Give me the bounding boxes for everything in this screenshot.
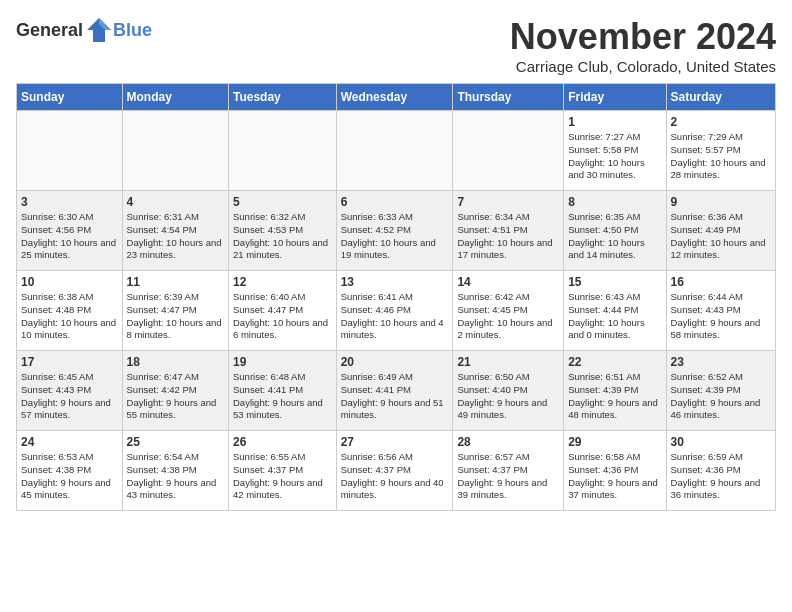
calendar-cell: 27Sunrise: 6:56 AM Sunset: 4:37 PM Dayli… [336, 431, 453, 511]
calendar-cell: 6Sunrise: 6:33 AM Sunset: 4:52 PM Daylig… [336, 191, 453, 271]
calendar-cell: 18Sunrise: 6:47 AM Sunset: 4:42 PM Dayli… [122, 351, 228, 431]
week-row-5: 24Sunrise: 6:53 AM Sunset: 4:38 PM Dayli… [17, 431, 776, 511]
day-number: 25 [127, 435, 224, 449]
calendar-cell: 21Sunrise: 6:50 AM Sunset: 4:40 PM Dayli… [453, 351, 564, 431]
day-number: 30 [671, 435, 771, 449]
day-number: 12 [233, 275, 332, 289]
day-info: Sunrise: 6:57 AM Sunset: 4:37 PM Dayligh… [457, 451, 559, 502]
day-info: Sunrise: 6:47 AM Sunset: 4:42 PM Dayligh… [127, 371, 224, 422]
title-block: November 2024 Carriage Club, Colorado, U… [510, 16, 776, 75]
day-number: 2 [671, 115, 771, 129]
calendar-cell [17, 111, 123, 191]
calendar-cell: 11Sunrise: 6:39 AM Sunset: 4:47 PM Dayli… [122, 271, 228, 351]
day-number: 16 [671, 275, 771, 289]
day-info: Sunrise: 6:56 AM Sunset: 4:37 PM Dayligh… [341, 451, 449, 502]
logo-blue: Blue [113, 20, 152, 41]
day-number: 1 [568, 115, 661, 129]
calendar-cell: 12Sunrise: 6:40 AM Sunset: 4:47 PM Dayli… [229, 271, 337, 351]
calendar-cell: 19Sunrise: 6:48 AM Sunset: 4:41 PM Dayli… [229, 351, 337, 431]
calendar-cell: 23Sunrise: 6:52 AM Sunset: 4:39 PM Dayli… [666, 351, 775, 431]
day-number: 24 [21, 435, 118, 449]
day-info: Sunrise: 6:59 AM Sunset: 4:36 PM Dayligh… [671, 451, 771, 502]
col-header-friday: Friday [564, 84, 666, 111]
calendar-cell: 30Sunrise: 6:59 AM Sunset: 4:36 PM Dayli… [666, 431, 775, 511]
day-info: Sunrise: 6:33 AM Sunset: 4:52 PM Dayligh… [341, 211, 449, 262]
week-row-1: 1Sunrise: 7:27 AM Sunset: 5:58 PM Daylig… [17, 111, 776, 191]
day-number: 26 [233, 435, 332, 449]
calendar-cell: 15Sunrise: 6:43 AM Sunset: 4:44 PM Dayli… [564, 271, 666, 351]
calendar-cell: 2Sunrise: 7:29 AM Sunset: 5:57 PM Daylig… [666, 111, 775, 191]
day-number: 18 [127, 355, 224, 369]
calendar-cell [122, 111, 228, 191]
calendar-cell: 13Sunrise: 6:41 AM Sunset: 4:46 PM Dayli… [336, 271, 453, 351]
calendar-cell: 14Sunrise: 6:42 AM Sunset: 4:45 PM Dayli… [453, 271, 564, 351]
day-info: Sunrise: 6:39 AM Sunset: 4:47 PM Dayligh… [127, 291, 224, 342]
day-info: Sunrise: 7:29 AM Sunset: 5:57 PM Dayligh… [671, 131, 771, 182]
calendar-cell: 5Sunrise: 6:32 AM Sunset: 4:53 PM Daylig… [229, 191, 337, 271]
day-info: Sunrise: 6:50 AM Sunset: 4:40 PM Dayligh… [457, 371, 559, 422]
col-header-saturday: Saturday [666, 84, 775, 111]
day-number: 20 [341, 355, 449, 369]
day-number: 27 [341, 435, 449, 449]
day-number: 19 [233, 355, 332, 369]
calendar-cell: 22Sunrise: 6:51 AM Sunset: 4:39 PM Dayli… [564, 351, 666, 431]
calendar-cell: 17Sunrise: 6:45 AM Sunset: 4:43 PM Dayli… [17, 351, 123, 431]
day-number: 3 [21, 195, 118, 209]
month-title: November 2024 [510, 16, 776, 58]
calendar-cell [336, 111, 453, 191]
calendar-cell: 3Sunrise: 6:30 AM Sunset: 4:56 PM Daylig… [17, 191, 123, 271]
calendar-cell: 24Sunrise: 6:53 AM Sunset: 4:38 PM Dayli… [17, 431, 123, 511]
day-info: Sunrise: 6:45 AM Sunset: 4:43 PM Dayligh… [21, 371, 118, 422]
calendar-cell: 29Sunrise: 6:58 AM Sunset: 4:36 PM Dayli… [564, 431, 666, 511]
day-info: Sunrise: 6:42 AM Sunset: 4:45 PM Dayligh… [457, 291, 559, 342]
week-row-2: 3Sunrise: 6:30 AM Sunset: 4:56 PM Daylig… [17, 191, 776, 271]
day-number: 5 [233, 195, 332, 209]
calendar-table: SundayMondayTuesdayWednesdayThursdayFrid… [16, 83, 776, 511]
day-info: Sunrise: 6:58 AM Sunset: 4:36 PM Dayligh… [568, 451, 661, 502]
day-info: Sunrise: 6:43 AM Sunset: 4:44 PM Dayligh… [568, 291, 661, 342]
day-number: 10 [21, 275, 118, 289]
week-row-3: 10Sunrise: 6:38 AM Sunset: 4:48 PM Dayli… [17, 271, 776, 351]
logo-icon [85, 16, 113, 44]
day-info: Sunrise: 6:36 AM Sunset: 4:49 PM Dayligh… [671, 211, 771, 262]
day-info: Sunrise: 6:35 AM Sunset: 4:50 PM Dayligh… [568, 211, 661, 262]
calendar-cell: 26Sunrise: 6:55 AM Sunset: 4:37 PM Dayli… [229, 431, 337, 511]
calendar-cell [453, 111, 564, 191]
day-number: 7 [457, 195, 559, 209]
logo: General Blue [16, 16, 152, 44]
day-number: 14 [457, 275, 559, 289]
day-number: 21 [457, 355, 559, 369]
calendar-cell: 8Sunrise: 6:35 AM Sunset: 4:50 PM Daylig… [564, 191, 666, 271]
day-number: 6 [341, 195, 449, 209]
calendar-cell: 4Sunrise: 6:31 AM Sunset: 4:54 PM Daylig… [122, 191, 228, 271]
day-number: 22 [568, 355, 661, 369]
calendar-cell: 20Sunrise: 6:49 AM Sunset: 4:41 PM Dayli… [336, 351, 453, 431]
location-subtitle: Carriage Club, Colorado, United States [510, 58, 776, 75]
day-info: Sunrise: 6:54 AM Sunset: 4:38 PM Dayligh… [127, 451, 224, 502]
day-number: 28 [457, 435, 559, 449]
day-number: 29 [568, 435, 661, 449]
day-number: 17 [21, 355, 118, 369]
calendar-cell: 1Sunrise: 7:27 AM Sunset: 5:58 PM Daylig… [564, 111, 666, 191]
col-header-monday: Monday [122, 84, 228, 111]
day-info: Sunrise: 6:53 AM Sunset: 4:38 PM Dayligh… [21, 451, 118, 502]
calendar-cell: 10Sunrise: 6:38 AM Sunset: 4:48 PM Dayli… [17, 271, 123, 351]
day-number: 9 [671, 195, 771, 209]
col-header-thursday: Thursday [453, 84, 564, 111]
col-header-tuesday: Tuesday [229, 84, 337, 111]
day-number: 15 [568, 275, 661, 289]
day-info: Sunrise: 6:34 AM Sunset: 4:51 PM Dayligh… [457, 211, 559, 262]
day-info: Sunrise: 6:49 AM Sunset: 4:41 PM Dayligh… [341, 371, 449, 422]
week-row-4: 17Sunrise: 6:45 AM Sunset: 4:43 PM Dayli… [17, 351, 776, 431]
calendar-cell: 28Sunrise: 6:57 AM Sunset: 4:37 PM Dayli… [453, 431, 564, 511]
day-info: Sunrise: 6:40 AM Sunset: 4:47 PM Dayligh… [233, 291, 332, 342]
day-info: Sunrise: 6:51 AM Sunset: 4:39 PM Dayligh… [568, 371, 661, 422]
day-info: Sunrise: 6:44 AM Sunset: 4:43 PM Dayligh… [671, 291, 771, 342]
logo-general: General [16, 20, 83, 41]
col-header-wednesday: Wednesday [336, 84, 453, 111]
day-info: Sunrise: 7:27 AM Sunset: 5:58 PM Dayligh… [568, 131, 661, 182]
calendar-cell: 7Sunrise: 6:34 AM Sunset: 4:51 PM Daylig… [453, 191, 564, 271]
calendar-cell: 16Sunrise: 6:44 AM Sunset: 4:43 PM Dayli… [666, 271, 775, 351]
day-info: Sunrise: 6:48 AM Sunset: 4:41 PM Dayligh… [233, 371, 332, 422]
day-info: Sunrise: 6:38 AM Sunset: 4:48 PM Dayligh… [21, 291, 118, 342]
